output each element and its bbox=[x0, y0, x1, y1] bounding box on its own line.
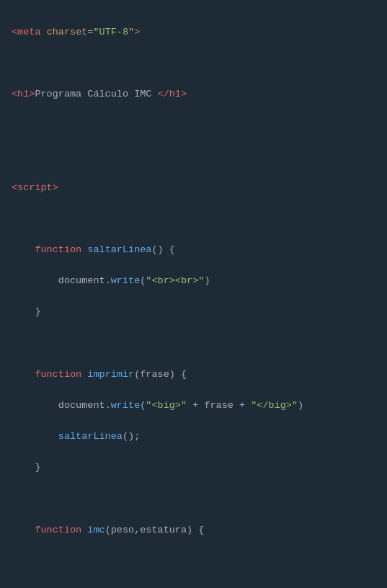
line-16 bbox=[12, 491, 375, 507]
line-2 bbox=[12, 55, 375, 71]
line-3: <h1>Programa Cálculo IMC </h1> bbox=[12, 86, 375, 102]
line-18 bbox=[12, 553, 375, 569]
line-11 bbox=[12, 335, 375, 351]
line-10: } bbox=[12, 304, 375, 320]
line-14: saltarLinea(); bbox=[12, 429, 375, 445]
line-7 bbox=[12, 211, 375, 227]
line-8: function saltarLinea() { bbox=[12, 242, 375, 258]
line-1: <meta charset="UTF-8"> bbox=[12, 24, 375, 40]
line-4 bbox=[12, 117, 375, 133]
code-editor: <meta charset="UTF-8"> <h1>Programa Cálc… bbox=[12, 9, 375, 588]
line-12: function imprimir(frase) { bbox=[12, 367, 375, 383]
line-5 bbox=[12, 148, 375, 164]
line-9: document.write("<br><br>") bbox=[12, 273, 375, 289]
line-6: <script> bbox=[12, 180, 375, 196]
line-15: } bbox=[12, 460, 375, 476]
line-19: imc = peso /(estatura * estatura) bbox=[12, 584, 375, 588]
line-13: document.write("<big>" + frase + "</big>… bbox=[12, 398, 375, 414]
line-17: function imc(peso,estatura) { bbox=[12, 522, 375, 538]
